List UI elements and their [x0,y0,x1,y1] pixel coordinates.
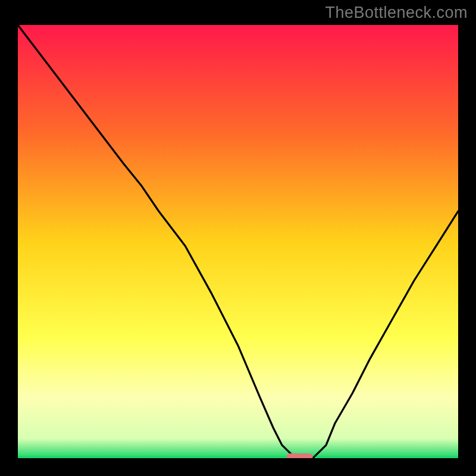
gradient-fill [18,25,458,458]
baseline-green-strip [18,456,458,458]
chart-frame: TheBottleneck.com [0,0,476,476]
bottleneck-chart [18,25,458,458]
watermark-text: TheBottleneck.com [325,4,468,22]
optimal-marker [287,453,313,458]
